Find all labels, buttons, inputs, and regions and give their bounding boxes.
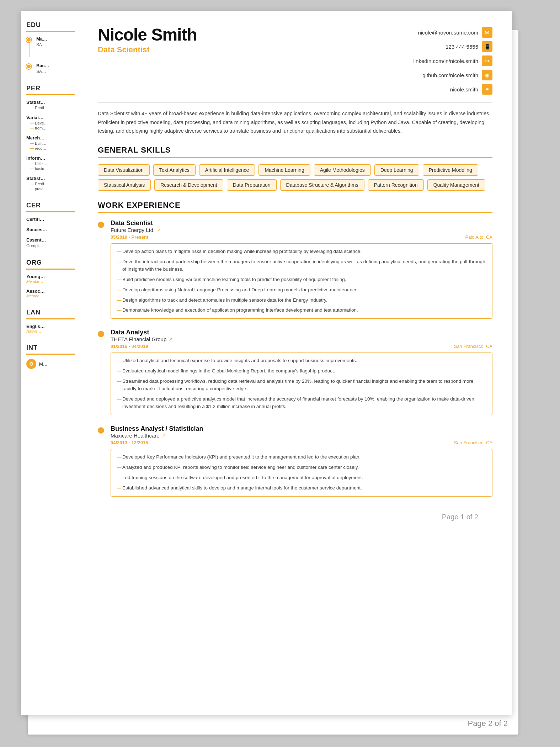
skill-tag-2: Text Analytics bbox=[153, 164, 196, 176]
skills-section-title: GENERAL SKILLS bbox=[98, 145, 492, 158]
skill-tag-11: Database Structure & Algorithms bbox=[280, 179, 364, 191]
contact-github: github.com/nicole.smith ◉ bbox=[422, 70, 492, 80]
work-bullets-3: Developed Key Performance Indicators (KP… bbox=[111, 449, 492, 497]
work-company-link-3[interactable]: ↗ bbox=[162, 433, 166, 438]
work-role-3: Business Analyst / Statistician bbox=[111, 425, 492, 433]
work-date-1: 05/2019 - Present bbox=[111, 234, 148, 240]
cer-name-2: Succes… bbox=[26, 227, 75, 232]
sidebar-lan-item-1: Englis… Native… bbox=[26, 324, 75, 333]
skill-tag-6: Deep Learning bbox=[374, 164, 419, 176]
sidebar-int-title: INT bbox=[26, 344, 75, 355]
skill-tag-9: Research & Development bbox=[154, 179, 223, 191]
work-company-1: Future Energy Ltd. bbox=[111, 227, 155, 233]
work-dot-2 bbox=[98, 331, 104, 337]
sidebar-edu-item-2: Bac… SA… bbox=[26, 63, 75, 74]
work-bullet-3-4: Established advanced analytical skills t… bbox=[117, 484, 486, 492]
edu-dot-col-1 bbox=[26, 36, 33, 57]
work-bullet-1-2: Drive the interaction and partnership be… bbox=[117, 258, 486, 273]
sidebar-section-org: ORG Young… Membe… Assoc… Membe… bbox=[21, 259, 80, 298]
work-bullet-3-1: Developed Key Performance Indicators (KP… bbox=[117, 454, 486, 461]
work-bullet-2-4: Developed and deployed a predictive anal… bbox=[117, 396, 486, 410]
edu-details-2: Bac… SA… bbox=[36, 63, 49, 74]
sidebar-cer-title: CER bbox=[26, 202, 75, 212]
header-row: Nicole Smith Data Scientist nicole@novor… bbox=[98, 25, 492, 95]
sidebar-section-int: INT ⚙ M… bbox=[21, 344, 80, 369]
work-bullet-3-3: Led training sessions on the software de… bbox=[117, 474, 486, 482]
per-bullet-4b: basic… bbox=[26, 166, 75, 171]
per-bullet-3b: reco… bbox=[26, 146, 75, 150]
work-bullet-2-3: Streamlined data processing workflows, r… bbox=[117, 378, 486, 393]
cer-name-3b: Compl… bbox=[26, 243, 75, 248]
work-bullets-1: Develop action plans to mitigate risks i… bbox=[111, 243, 492, 319]
sidebar-section-edu: EDU Ma… SA… Bac… bbox=[21, 21, 80, 74]
edu-details-1: Ma… SA… bbox=[36, 36, 47, 47]
phone-icon: 📱 bbox=[482, 41, 492, 52]
per-title-2: Variat… bbox=[26, 115, 75, 120]
work-date-2: 01/2016 - 04/2019 bbox=[111, 344, 148, 349]
candidate-name: Nicole Smith bbox=[98, 25, 197, 44]
skills-section: GENERAL SKILLS Data Visualization Text A… bbox=[98, 145, 492, 191]
per-title-1: Statist… bbox=[26, 100, 75, 105]
page-number: Page 1 of 2 bbox=[98, 507, 492, 528]
work-bullet-2-1: Utilized analytical and technical expert… bbox=[117, 357, 486, 365]
sidebar-per-title: PER bbox=[26, 85, 75, 95]
work-item-1: Data Scientist Future Energy Ltd. ↗ 05/2… bbox=[98, 219, 492, 319]
sidebar-int-item-1: ⚙ M… bbox=[26, 359, 75, 369]
main-content: Nicole Smith Data Scientist nicole@novor… bbox=[80, 11, 512, 542]
sidebar-cer-item-2: Succes… bbox=[26, 227, 75, 232]
skills-tags: Data Visualization Text Analytics Artifi… bbox=[98, 164, 492, 191]
edu-school-1: SA… bbox=[36, 42, 47, 47]
phone-text: 123 444 5555 bbox=[446, 44, 478, 50]
sidebar-per-item-4: Inform… Utiliz… basic… bbox=[26, 155, 75, 171]
work-bullet-1-4: Develop algorithms using Natural Languag… bbox=[117, 286, 486, 294]
work-bullet-1-1: Develop action plans to mitigate risks i… bbox=[117, 248, 486, 255]
work-role-1: Data Scientist bbox=[111, 219, 492, 227]
skill-tag-4: Machine Learning bbox=[258, 164, 310, 176]
github-text: github.com/nicole.smith bbox=[422, 72, 478, 78]
contact-linkedin: linkedin.com/in/nicole.smith in bbox=[413, 55, 492, 66]
work-section-title: WORK EXPERIENCE bbox=[98, 201, 492, 213]
sidebar-edu-title: EDU bbox=[26, 21, 75, 32]
work-item-2: Data Analyst THETA Financial Group ↗ 01/… bbox=[98, 329, 492, 415]
page2-label: Page 2 of 2 bbox=[468, 719, 508, 728]
sidebar-org-title: ORG bbox=[26, 259, 75, 270]
work-location-3: San Francisco, CA bbox=[454, 440, 492, 445]
sidebar-per-item-5: Statist… Predi… provi… bbox=[26, 176, 75, 191]
job-title: Data Scientist bbox=[98, 45, 197, 54]
per-bullet-4a: Utiliz… bbox=[26, 161, 75, 166]
skill-tag-3: Artificial Intelligence bbox=[199, 164, 255, 176]
work-bullet-2-2: Evaluated analytical model findings in t… bbox=[117, 367, 486, 375]
work-date-3: 04/2013 - 12/2015 bbox=[111, 440, 148, 445]
sidebar-per-item-3: Merch… Built… reco… bbox=[26, 135, 75, 150]
work-company-row-3: Maxicare Healthcare ↗ bbox=[111, 433, 492, 439]
work-company-row-2: THETA Financial Group ↗ bbox=[111, 336, 492, 342]
work-location-1: Palo Alto, CA bbox=[465, 234, 492, 240]
page-stack: Page 2 of 2 EDU Ma… SA… bbox=[21, 11, 533, 715]
sidebar-org-item-2: Assoc… Membe… bbox=[26, 288, 75, 298]
skill-tag-13: Quality Management bbox=[427, 179, 485, 191]
edu-school-2: SA… bbox=[36, 69, 49, 74]
per-bullet-1: Predi… bbox=[26, 106, 75, 110]
contact-block: nicole@novoresume.com ✉ 123 444 5555 📱 l… bbox=[413, 27, 492, 95]
work-role-2: Data Analyst bbox=[111, 329, 492, 336]
interest-icon-1: ⚙ bbox=[26, 359, 36, 369]
work-company-link-1[interactable]: ↗ bbox=[157, 227, 161, 233]
sidebar-edu-item-1: Ma… SA… bbox=[26, 36, 75, 57]
work-bullet-1-3: Build predictive models using various ma… bbox=[117, 276, 486, 284]
contact-email: nicole@novoresume.com ✉ bbox=[418, 27, 492, 38]
interest-label-1: M… bbox=[39, 361, 48, 367]
cer-name-3: Essent… bbox=[26, 237, 75, 243]
github-icon: ◉ bbox=[482, 70, 492, 80]
per-title-3: Merch… bbox=[26, 135, 75, 141]
work-dot-col-3 bbox=[98, 425, 104, 497]
work-company-link-2[interactable]: ↗ bbox=[169, 337, 172, 342]
org-name-2: Assoc… bbox=[26, 288, 75, 294]
sidebar-cer-item-1: Certifi… bbox=[26, 217, 75, 222]
per-title-4: Inform… bbox=[26, 155, 75, 161]
page-front: EDU Ma… SA… Bac… bbox=[21, 11, 512, 715]
work-bullet-1-6: Demonstrate knowledge and execution of a… bbox=[117, 307, 486, 314]
work-date-location-1: 05/2019 - Present Palo Alto, CA bbox=[111, 234, 492, 240]
skill-tag-1: Data Visualization bbox=[98, 164, 150, 176]
work-section: WORK EXPERIENCE Data Scientist Future En… bbox=[98, 201, 492, 497]
per-bullet-5a: Predi… bbox=[26, 182, 75, 186]
